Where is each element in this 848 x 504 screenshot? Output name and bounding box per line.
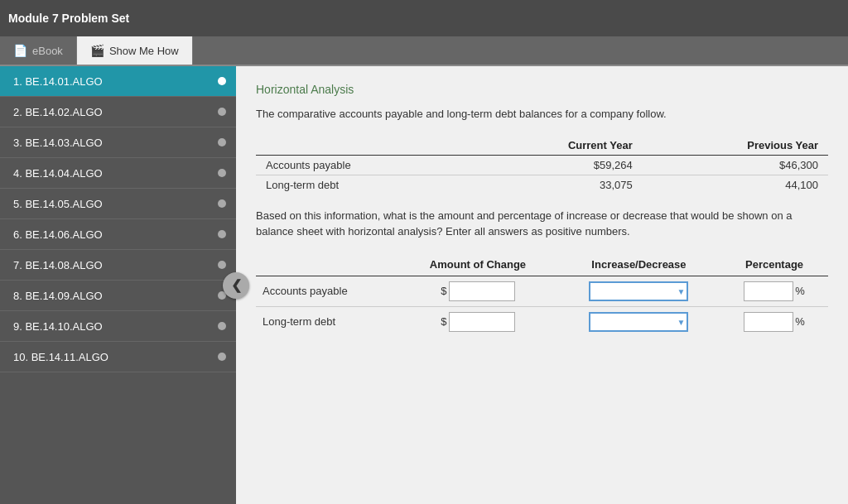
sidebar-item-3[interactable]: 3. BE.14.03.ALGO xyxy=(0,127,236,158)
answer-table: Amount of Change Increase/Decrease Perce… xyxy=(256,253,828,337)
table-row: Accounts payable$59,264$46,300 xyxy=(256,155,828,175)
row-previous: 44,100 xyxy=(643,175,828,194)
sidebar-item-5[interactable]: 5. BE.14.05.ALGO xyxy=(0,189,236,219)
sidebar-item-8[interactable]: 8. BE.14.09.ALGO xyxy=(0,281,236,311)
sidebar-item-label: 6. BE.14.06.ALGO xyxy=(13,228,103,241)
answer-percentage-cell: % xyxy=(720,276,828,306)
sidebar-item-dot xyxy=(218,199,226,208)
table-row: Long-term debt33,07544,100 xyxy=(256,175,828,194)
tab-bar: 📄 eBook 🎬 Show Me How xyxy=(0,36,848,66)
sidebar-item-dot xyxy=(218,322,226,330)
sidebar-item-label: 7. BE.14.08.ALGO xyxy=(13,259,103,271)
answer-col-label xyxy=(256,253,398,276)
percentage-input-0[interactable] xyxy=(744,281,793,301)
sidebar-item-6[interactable]: 6. BE.14.06.ALGO xyxy=(0,219,236,250)
sidebar-collapse-button[interactable]: ❮ xyxy=(223,272,249,299)
change-dropdown-0[interactable]: IncreaseDecrease xyxy=(589,281,688,301)
sidebar-item-label: 9. BE.14.10.ALGO xyxy=(13,320,103,333)
answer-col-change: Increase/Decrease xyxy=(557,253,720,276)
sidebar-item-dot xyxy=(218,169,226,177)
answer-amount-cell: $ xyxy=(398,276,557,306)
sidebar-item-dot xyxy=(218,353,226,361)
answer-row: Accounts payable$IncreaseDecrease% xyxy=(256,276,828,306)
data-table: Current Year Previous Year Accounts paya… xyxy=(256,136,828,194)
percent-sign: % xyxy=(795,285,805,297)
sidebar-item-label: 10. BE.14.11.ALGO xyxy=(13,351,108,363)
answer-change-cell: IncreaseDecrease xyxy=(557,276,720,306)
answer-amount-cell: $ xyxy=(398,306,557,337)
ebook-icon: 📄 xyxy=(13,44,27,57)
sidebar-item-dot xyxy=(218,138,226,146)
row-current: $59,264 xyxy=(470,155,643,175)
app-title: Module 7 Problem Set xyxy=(8,12,129,25)
answer-change-cell: IncreaseDecrease xyxy=(557,306,720,337)
sidebar-item-dot xyxy=(218,230,226,238)
show-me-how-icon: 🎬 xyxy=(90,44,104,57)
dollar-sign: $ xyxy=(441,285,446,297)
main-layout: 1. BE.14.01.ALGO2. BE.14.02.ALGO3. BE.14… xyxy=(0,66,848,504)
row-previous: $46,300 xyxy=(643,155,828,175)
sidebar-item-7[interactable]: 7. BE.14.08.ALGO xyxy=(0,250,236,281)
sidebar-item-dot xyxy=(218,77,226,85)
sidebar-item-1[interactable]: 1. BE.14.01.ALGO xyxy=(0,66,236,97)
row-label: Accounts payable xyxy=(256,155,470,175)
row-label: Long-term debt xyxy=(256,175,470,194)
tab-ebook-label: eBook xyxy=(32,45,63,57)
sidebar-item-label: 4. BE.14.04.ALGO xyxy=(13,167,103,180)
dollar-sign: $ xyxy=(441,315,446,328)
intro-text: The comparative accounts payable and lon… xyxy=(256,106,828,122)
sidebar-item-10[interactable]: 10. BE.14.11.ALGO xyxy=(0,342,236,372)
percent-sign: % xyxy=(795,315,805,328)
data-col-current: Current Year xyxy=(470,136,643,156)
sidebar-item-label: 1. BE.14.01.ALGO xyxy=(13,75,103,88)
answer-row-label: Long-term debt xyxy=(256,306,398,337)
answer-col-amount: Amount of Change xyxy=(398,253,557,276)
tab-ebook[interactable]: 📄 eBook xyxy=(0,36,77,65)
answer-row: Long-term debt$IncreaseDecrease% xyxy=(256,306,828,337)
app-header: Module 7 Problem Set xyxy=(0,0,848,36)
sidebar-item-label: 5. BE.14.05.ALGO xyxy=(13,198,103,210)
sidebar-item-2[interactable]: 2. BE.14.02.ALGO xyxy=(0,97,236,127)
sidebar-item-label: 8. BE.14.09.ALGO xyxy=(13,290,103,302)
amount-input-1[interactable] xyxy=(449,312,515,332)
data-col-previous: Previous Year xyxy=(643,136,828,156)
section-title: Horizontal Analysis xyxy=(256,83,828,96)
question-text: Based on this information, what is the a… xyxy=(256,208,828,240)
sidebar-item-dot xyxy=(218,261,226,269)
answer-percentage-cell: % xyxy=(720,306,828,337)
sidebar-item-4[interactable]: 4. BE.14.04.ALGO xyxy=(0,158,236,189)
sidebar-spacer xyxy=(0,372,236,504)
answer-row-label: Accounts payable xyxy=(256,276,398,306)
data-col-label xyxy=(256,136,470,156)
tab-show-me-how[interactable]: 🎬 Show Me How xyxy=(77,36,193,65)
content-area: Horizontal Analysis The comparative acco… xyxy=(236,66,848,504)
sidebar-item-label: 3. BE.14.03.ALGO xyxy=(13,137,103,149)
sidebar: 1. BE.14.01.ALGO2. BE.14.02.ALGO3. BE.14… xyxy=(0,66,236,504)
row-current: 33,075 xyxy=(470,175,643,194)
change-dropdown-1[interactable]: IncreaseDecrease xyxy=(589,312,688,332)
amount-input-0[interactable] xyxy=(449,281,515,301)
answer-col-percentage: Percentage xyxy=(720,253,828,276)
sidebar-item-label: 2. BE.14.02.ALGO xyxy=(13,106,103,118)
sidebar-item-dot xyxy=(218,108,226,116)
percentage-input-1[interactable] xyxy=(744,312,793,332)
tab-show-me-how-label: Show Me How xyxy=(109,45,179,57)
sidebar-item-9[interactable]: 9. BE.14.10.ALGO xyxy=(0,311,236,342)
